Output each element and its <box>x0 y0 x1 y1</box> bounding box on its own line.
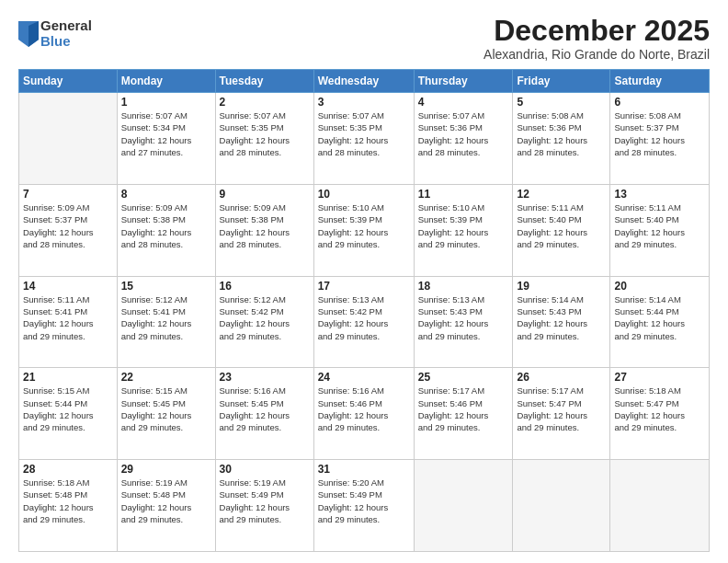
cell-w1-d5: 5Sunrise: 5:08 AM Sunset: 5:36 PM Daylig… <box>513 93 610 185</box>
day-number: 5 <box>517 96 606 109</box>
day-info: Sunrise: 5:19 AM Sunset: 5:48 PM Dayligh… <box>121 477 211 525</box>
cell-w1-d1: 1Sunrise: 5:07 AM Sunset: 5:34 PM Daylig… <box>117 93 215 185</box>
days-header-row: Sunday Monday Tuesday Wednesday Thursday… <box>19 70 710 93</box>
calendar-table: Sunday Monday Tuesday Wednesday Thursday… <box>18 69 710 552</box>
day-info: Sunrise: 5:15 AM Sunset: 5:45 PM Dayligh… <box>121 385 211 433</box>
week-row-2: 7Sunrise: 5:09 AM Sunset: 5:37 PM Daylig… <box>19 184 710 276</box>
logo-blue-text: Blue <box>40 34 92 50</box>
cell-w1-d6: 6Sunrise: 5:08 AM Sunset: 5:37 PM Daylig… <box>610 93 710 185</box>
day-number: 16 <box>220 280 310 293</box>
logo-text: General Blue <box>40 18 92 49</box>
week-row-3: 14Sunrise: 5:11 AM Sunset: 5:41 PM Dayli… <box>19 276 710 368</box>
day-number: 15 <box>121 280 211 293</box>
day-info: Sunrise: 5:13 AM Sunset: 5:42 PM Dayligh… <box>318 293 410 342</box>
logo-general-text: General <box>40 18 92 34</box>
cell-w3-d6: 20Sunrise: 5:14 AM Sunset: 5:44 PM Dayli… <box>610 276 710 368</box>
week-row-1: 1Sunrise: 5:07 AM Sunset: 5:34 PM Daylig… <box>19 93 710 185</box>
cell-w5-d6 <box>610 460 710 552</box>
cell-w2-d3: 10Sunrise: 5:10 AM Sunset: 5:39 PM Dayli… <box>313 184 414 276</box>
cell-w4-d4: 25Sunrise: 5:17 AM Sunset: 5:46 PM Dayli… <box>414 368 513 460</box>
cell-w2-d6: 13Sunrise: 5:11 AM Sunset: 5:40 PM Dayli… <box>610 184 710 276</box>
day-info: Sunrise: 5:09 AM Sunset: 5:38 PM Dayligh… <box>220 201 310 250</box>
day-info: Sunrise: 5:07 AM Sunset: 5:34 PM Dayligh… <box>121 109 211 158</box>
cell-w4-d1: 22Sunrise: 5:15 AM Sunset: 5:45 PM Dayli… <box>117 368 215 460</box>
day-info: Sunrise: 5:18 AM Sunset: 5:47 PM Dayligh… <box>614 385 705 433</box>
calendar-subtitle: Alexandria, Rio Grande do Norte, Brazil <box>483 47 710 62</box>
day-info: Sunrise: 5:10 AM Sunset: 5:39 PM Dayligh… <box>418 201 509 250</box>
cell-w1-d2: 2Sunrise: 5:07 AM Sunset: 5:35 PM Daylig… <box>215 93 313 185</box>
day-info: Sunrise: 5:16 AM Sunset: 5:45 PM Dayligh… <box>220 385 310 433</box>
cell-w4-d0: 21Sunrise: 5:15 AM Sunset: 5:44 PM Dayli… <box>19 368 118 460</box>
calendar-body: 1Sunrise: 5:07 AM Sunset: 5:34 PM Daylig… <box>19 93 710 552</box>
day-info: Sunrise: 5:12 AM Sunset: 5:41 PM Dayligh… <box>121 293 211 342</box>
day-number: 10 <box>318 188 410 201</box>
day-info: Sunrise: 5:13 AM Sunset: 5:43 PM Dayligh… <box>418 293 509 342</box>
day-number: 6 <box>614 96 705 109</box>
header-tuesday: Tuesday <box>215 70 313 93</box>
day-number: 7 <box>23 188 113 201</box>
day-number: 1 <box>121 96 211 109</box>
day-number: 31 <box>318 463 410 476</box>
cell-w3-d5: 19Sunrise: 5:14 AM Sunset: 5:43 PM Dayli… <box>513 276 610 368</box>
cell-w3-d0: 14Sunrise: 5:11 AM Sunset: 5:41 PM Dayli… <box>19 276 118 368</box>
week-row-5: 28Sunrise: 5:18 AM Sunset: 5:48 PM Dayli… <box>19 460 710 552</box>
day-number: 22 <box>121 371 211 384</box>
cell-w2-d0: 7Sunrise: 5:09 AM Sunset: 5:37 PM Daylig… <box>19 184 118 276</box>
day-info: Sunrise: 5:09 AM Sunset: 5:37 PM Dayligh… <box>23 201 113 250</box>
day-info: Sunrise: 5:11 AM Sunset: 5:40 PM Dayligh… <box>614 201 705 250</box>
day-number: 24 <box>318 371 410 384</box>
day-number: 19 <box>517 280 606 293</box>
day-number: 30 <box>220 463 310 476</box>
header-wednesday: Wednesday <box>313 70 414 93</box>
day-number: 21 <box>23 371 113 384</box>
day-number: 2 <box>220 96 310 109</box>
day-info: Sunrise: 5:14 AM Sunset: 5:44 PM Dayligh… <box>614 293 705 342</box>
header-saturday: Saturday <box>610 70 710 93</box>
cell-w5-d3: 31Sunrise: 5:20 AM Sunset: 5:49 PM Dayli… <box>313 460 414 552</box>
day-info: Sunrise: 5:07 AM Sunset: 5:35 PM Dayligh… <box>220 109 310 158</box>
day-info: Sunrise: 5:15 AM Sunset: 5:44 PM Dayligh… <box>23 385 113 433</box>
day-info: Sunrise: 5:19 AM Sunset: 5:49 PM Dayligh… <box>220 477 310 525</box>
cell-w3-d1: 15Sunrise: 5:12 AM Sunset: 5:41 PM Dayli… <box>117 276 215 368</box>
day-info: Sunrise: 5:14 AM Sunset: 5:43 PM Dayligh… <box>517 293 606 342</box>
day-number: 4 <box>418 96 509 109</box>
day-info: Sunrise: 5:08 AM Sunset: 5:37 PM Dayligh… <box>614 109 705 158</box>
cell-w5-d1: 29Sunrise: 5:19 AM Sunset: 5:48 PM Dayli… <box>117 460 215 552</box>
cell-w3-d4: 18Sunrise: 5:13 AM Sunset: 5:43 PM Dayli… <box>414 276 513 368</box>
cell-w4-d6: 27Sunrise: 5:18 AM Sunset: 5:47 PM Dayli… <box>610 368 710 460</box>
cell-w5-d5 <box>513 460 610 552</box>
cell-w4-d3: 24Sunrise: 5:16 AM Sunset: 5:46 PM Dayli… <box>313 368 414 460</box>
day-info: Sunrise: 5:07 AM Sunset: 5:35 PM Dayligh… <box>318 109 410 158</box>
header: General Blue December 2025 Alexandria, R… <box>18 15 710 62</box>
cell-w2-d5: 12Sunrise: 5:11 AM Sunset: 5:40 PM Dayli… <box>513 184 610 276</box>
page: General Blue December 2025 Alexandria, R… <box>0 0 728 563</box>
day-number: 25 <box>418 371 509 384</box>
day-number: 11 <box>418 188 509 201</box>
day-number: 18 <box>418 280 509 293</box>
calendar-title: December 2025 <box>483 15 710 47</box>
week-row-4: 21Sunrise: 5:15 AM Sunset: 5:44 PM Dayli… <box>19 368 710 460</box>
day-number: 13 <box>614 188 705 201</box>
cell-w3-d2: 16Sunrise: 5:12 AM Sunset: 5:42 PM Dayli… <box>215 276 313 368</box>
day-info: Sunrise: 5:11 AM Sunset: 5:40 PM Dayligh… <box>517 201 606 250</box>
cell-w1-d4: 4Sunrise: 5:07 AM Sunset: 5:36 PM Daylig… <box>414 93 513 185</box>
day-number: 28 <box>23 463 113 476</box>
day-info: Sunrise: 5:12 AM Sunset: 5:42 PM Dayligh… <box>220 293 310 342</box>
day-info: Sunrise: 5:18 AM Sunset: 5:48 PM Dayligh… <box>23 477 113 525</box>
cell-w5-d0: 28Sunrise: 5:18 AM Sunset: 5:48 PM Dayli… <box>19 460 118 552</box>
calendar-header: Sunday Monday Tuesday Wednesday Thursday… <box>19 70 710 93</box>
day-number: 26 <box>517 371 606 384</box>
day-number: 14 <box>23 280 113 293</box>
header-sunday: Sunday <box>19 70 118 93</box>
day-info: Sunrise: 5:17 AM Sunset: 5:46 PM Dayligh… <box>418 385 509 433</box>
cell-w1-d3: 3Sunrise: 5:07 AM Sunset: 5:35 PM Daylig… <box>313 93 414 185</box>
day-number: 29 <box>121 463 211 476</box>
day-number: 20 <box>614 280 705 293</box>
day-info: Sunrise: 5:07 AM Sunset: 5:36 PM Dayligh… <box>418 109 509 158</box>
cell-w2-d2: 9Sunrise: 5:09 AM Sunset: 5:38 PM Daylig… <box>215 184 313 276</box>
cell-w2-d4: 11Sunrise: 5:10 AM Sunset: 5:39 PM Dayli… <box>414 184 513 276</box>
cell-w4-d5: 26Sunrise: 5:17 AM Sunset: 5:47 PM Dayli… <box>513 368 610 460</box>
day-number: 12 <box>517 188 606 201</box>
day-info: Sunrise: 5:16 AM Sunset: 5:46 PM Dayligh… <box>318 385 410 433</box>
day-number: 17 <box>318 280 410 293</box>
